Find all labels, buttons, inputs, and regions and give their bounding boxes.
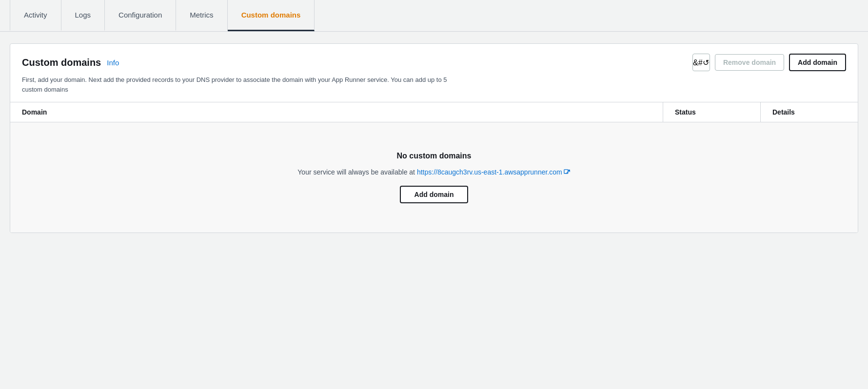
empty-state: No custom domains Your service will alwa… <box>10 122 858 233</box>
external-link-icon <box>564 169 571 176</box>
tab-custom-domains[interactable]: Custom domains <box>228 0 315 31</box>
table-col-domain: Domain <box>10 102 663 122</box>
card-header-top: Custom domains Info &#↺ Remove domain Ad <box>22 54 846 71</box>
info-link[interactable]: Info <box>107 58 119 67</box>
card-description: First, add your domain. Next add the pro… <box>22 75 461 94</box>
card-title-row: Custom domains Info <box>22 57 119 68</box>
empty-state-text-before-link: Your service will always be available at <box>297 168 417 176</box>
card-header: Custom domains Info &#↺ Remove domain Ad <box>10 44 858 102</box>
refresh-button[interactable]: &#↺ <box>692 54 710 71</box>
tab-activity[interactable]: Activity <box>10 0 61 31</box>
service-url-link[interactable]: https://8caugch3rv.us-east-1.awsapprunne… <box>417 168 562 176</box>
empty-state-text: Your service will always be available at… <box>297 168 570 176</box>
tab-metrics[interactable]: Metrics <box>176 0 227 31</box>
add-domain-button-empty[interactable]: Add domain <box>400 186 468 203</box>
main-content: Custom domains Info &#↺ Remove domain Ad <box>0 32 868 245</box>
remove-domain-button[interactable]: Remove domain <box>715 54 784 71</box>
tab-logs[interactable]: Logs <box>61 0 105 31</box>
add-domain-button-header[interactable]: Add domain <box>789 54 846 71</box>
table-col-status: Status <box>663 102 760 122</box>
tab-bar: Activity Logs Configuration Metrics Cust… <box>0 0 868 32</box>
tab-configuration[interactable]: Configuration <box>105 0 176 31</box>
custom-domains-card: Custom domains Info &#↺ Remove domain Ad <box>10 43 858 233</box>
refresh-icon: &#↺ <box>693 58 709 67</box>
empty-state-title: No custom domains <box>397 152 472 160</box>
card-title: Custom domains <box>22 57 101 68</box>
table-col-details: Details <box>760 102 858 122</box>
card-header-actions: &#↺ Remove domain Add domain <box>692 54 846 71</box>
refresh-svg-icon <box>709 58 710 66</box>
svg-rect-0 <box>564 170 568 174</box>
table-header: Domain Status Details <box>10 102 858 122</box>
